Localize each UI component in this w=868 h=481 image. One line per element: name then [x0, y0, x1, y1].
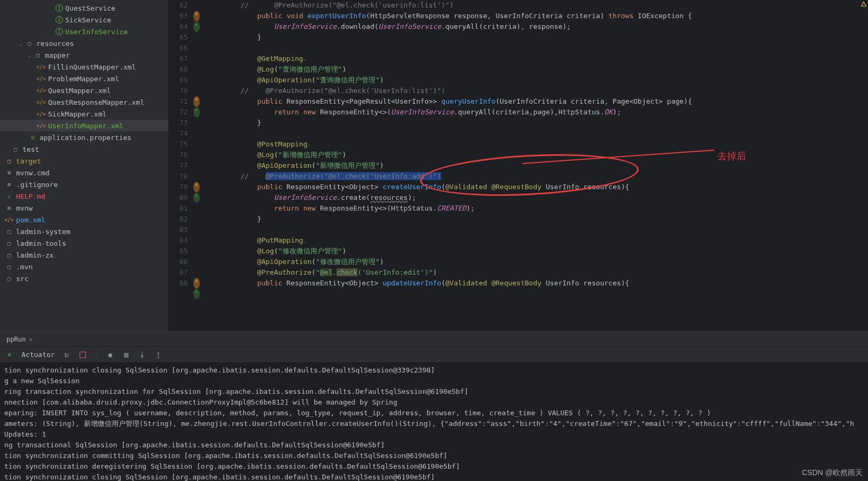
target-icon: ▢ — [4, 156, 14, 166]
tree-item[interactable]: ⛭application.properties — [0, 131, 168, 143]
code-line[interactable]: } — [207, 214, 868, 224]
code-line[interactable]: public ResponseEntity<PageResult<UserInf… — [207, 96, 868, 107]
tree-item-label: pom.xml — [16, 216, 45, 224]
tree-item[interactable]: ≡.gitignore — [0, 179, 168, 190]
tree-item[interactable]: ⌄▢resources — [0, 37, 168, 49]
run-tabs: ppRun ✕ — [0, 332, 868, 347]
tree-item[interactable]: SickMapper.xml — [0, 108, 168, 120]
code-line[interactable]: @Log("修改微信用户管理") — [207, 246, 868, 257]
chevron-icon[interactable]: ⌄ — [26, 52, 33, 58]
tree-item[interactable]: ↓HELP.md — [0, 190, 168, 202]
console-line: tion synchronization deregistering SqlSe… — [4, 461, 864, 472]
console-line: ameters: (String), 新增微信用户管理(String), me.… — [4, 418, 864, 429]
code-line[interactable]: @PreAuthorize("@el.check('UserInfo:edit'… — [207, 267, 868, 278]
file-icon: ≡ — [4, 180, 14, 189]
code-line[interactable]: } — [207, 32, 868, 43]
stop-button[interactable] — [79, 351, 87, 359]
run-gutter-icon[interactable]: u▸ — [193, 278, 207, 289]
tree-item[interactable]: ▢test — [0, 143, 168, 155]
project-tree[interactable]: IQuestServiceISickServiceIUserInfoServic… — [0, 0, 169, 331]
tree-item[interactable]: QuestMapper.xml — [0, 84, 168, 96]
tree-item[interactable]: ISickService — [0, 14, 168, 26]
folder-icon: ▢ — [4, 274, 14, 283]
code-area[interactable]: 去掉后 // @PreAuthorize("@el.check('userinf… — [207, 0, 868, 331]
tree-item[interactable]: ProblemMapper.xml — [0, 73, 168, 84]
code-line[interactable]: // @PreAuthorize("@el.check('UserInfo:li… — [207, 86, 868, 96]
code-line[interactable]: @ApiOperation("修改微信用户管理") — [207, 257, 868, 267]
console-line: g a new SqlSession — [4, 376, 864, 386]
warning-indicator[interactable] — [861, 1, 867, 7]
console-output[interactable]: tion synchronization closing SqlSession … — [0, 363, 868, 481]
run-tab[interactable]: ppRun ✕ — [2, 333, 37, 345]
console-line: tion synchronization closing SqlSession … — [4, 472, 864, 481]
tree-item[interactable]: FillinQuestMapper.xml — [0, 61, 168, 73]
tree-item[interactable]: ≡mvnw.cmd — [0, 167, 168, 179]
tree-item[interactable]: ≡mvnw — [0, 202, 168, 214]
actuator-button[interactable]: ⎈ — [5, 351, 14, 359]
code-line[interactable]: UserInfoService.create(resources); — [207, 192, 868, 203]
tree-item-label: QuestResponseMapper.xml — [48, 98, 144, 106]
code-line[interactable]: } — [207, 118, 868, 128]
code-line[interactable]: @PostMapping⌵ — [207, 139, 868, 150]
code-line[interactable]: public ResponseEntity<Object> updateUser… — [207, 278, 868, 289]
code-editor[interactable]: 6263646566676869707172737475767778798081… — [169, 0, 868, 331]
code-line[interactable]: return new ResponseEntity<>(UserInfoServ… — [207, 107, 868, 118]
camera-icon[interactable]: ◉ — [106, 351, 114, 359]
console-line: tion synchronization closing SqlSession … — [4, 365, 864, 376]
rerun-button[interactable]: ↻ — [62, 351, 71, 359]
tree-item[interactable]: IQuestService — [0, 2, 168, 14]
code-line[interactable]: @PutMapping⌵ — [207, 235, 868, 246]
code-line[interactable] — [207, 43, 868, 53]
folder-icon: ▢ — [33, 50, 43, 60]
code-line[interactable]: // @PreAuthorize("@el.check('UserInfo:ad… — [207, 171, 868, 182]
close-icon[interactable]: ✕ — [29, 336, 33, 343]
tree-item[interactable]: pom.xml — [0, 214, 168, 226]
code-line[interactable]: UserInfoService.download(UserInfoService… — [207, 21, 868, 32]
code-line[interactable]: @ApiOperation("查询微信用户管理") — [207, 75, 868, 86]
run-gutter-icon[interactable]: u▸ — [193, 11, 207, 21]
tree-item[interactable]: ▢ladmin-tools — [0, 237, 168, 249]
code-line[interactable] — [207, 224, 868, 235]
code-line[interactable]: @Log("查询微信用户管理") — [207, 64, 868, 75]
interface-icon: I — [56, 16, 63, 24]
tree-item-label: QuestService — [65, 4, 115, 12]
chevron-icon[interactable]: ⌄ — [17, 41, 25, 46]
folder-icon: ▢ — [11, 144, 20, 154]
export-icon[interactable]: ⭳ — [138, 351, 146, 359]
more-icon[interactable]: ⋮ — [154, 351, 162, 359]
tree-item-label: UserInfoMapper.xml — [48, 122, 123, 130]
tree-item[interactable]: ▢src — [0, 273, 168, 284]
code-line[interactable]: @ApiOperation("新增微信用户管理") — [207, 160, 868, 171]
console-line: eparing: INSERT INTO sys_log ( username,… — [4, 408, 864, 418]
tree-item-label: mvnw — [16, 204, 33, 212]
code-line[interactable]: public ResponseEntity<Object> createUser… — [207, 182, 868, 192]
run-gutter-icon[interactable]: u▸ — [193, 182, 207, 192]
code-line[interactable]: @GetMapping⌵ — [207, 53, 868, 64]
tree-item[interactable]: ▢ladmin-system — [0, 226, 168, 237]
tree-item[interactable]: IUserInfoService — [0, 26, 168, 37]
tree-item-label: ladmin-zx — [16, 251, 53, 259]
tree-item[interactable]: ▢ladmin-zx — [0, 249, 168, 261]
tree-item[interactable]: ▢target — [0, 155, 168, 167]
tree-item-label: ladmin-tools — [16, 239, 66, 247]
tree-item[interactable]: QuestResponseMapper.xml — [0, 96, 168, 108]
folder-icon: ▢ — [25, 38, 34, 48]
code-line[interactable]: return new ResponseEntity<>(HttpStatus.C… — [207, 203, 868, 214]
console-line: tion synchronization committing SqlSessi… — [4, 451, 864, 461]
console-line: nnection [com.alibaba.druid.proxy.jdbc.C… — [4, 397, 864, 408]
tree-item-label: FillinQuestMapper.xml — [48, 63, 136, 71]
code-line[interactable]: // @PreAuthorize("@el.check('userinfo:li… — [207, 0, 868, 11]
code-line[interactable] — [207, 128, 868, 139]
code-line[interactable]: public void exportUserInfo(HttpServletRe… — [207, 11, 868, 21]
tree-item[interactable]: ▢.mvn — [0, 261, 168, 273]
run-gutter-icon[interactable]: u▸ — [193, 96, 207, 107]
code-line[interactable]: @Log("新增微信用户管理") — [207, 150, 868, 160]
console-line: ng transactional SqlSession [org.apache.… — [4, 440, 864, 451]
actuator-label: Actuator — [21, 351, 55, 359]
xml-icon — [36, 86, 46, 95]
tree-item[interactable]: ⌄▢mapper — [0, 49, 168, 61]
tree-item[interactable]: UserInfoMapper.xml — [0, 120, 168, 131]
print-icon[interactable]: ▤ — [122, 351, 130, 359]
run-toolbar: ⎈ Actuator ↻ | ◉ ▤ ⭳ ⋮ — [0, 347, 868, 363]
tree-item-label: .gitignore — [16, 181, 58, 189]
